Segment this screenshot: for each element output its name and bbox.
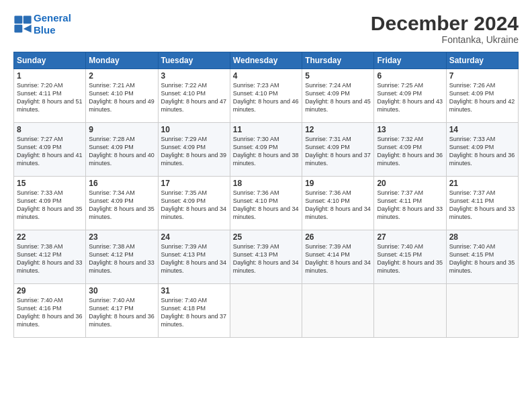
table-row: 24Sunrise: 7:39 AM Sunset: 4:13 PM Dayli…: [158, 230, 230, 284]
table-row: [230, 284, 302, 338]
cell-info: Sunrise: 7:39 AM Sunset: 4:13 PM Dayligh…: [233, 242, 299, 275]
day-number: 23: [89, 232, 154, 242]
cell-info: Sunrise: 7:26 AM Sunset: 4:09 PM Dayligh…: [449, 81, 515, 114]
table-row: 28Sunrise: 7:40 AM Sunset: 4:15 PM Dayli…: [446, 230, 518, 284]
calendar-week-2: 8Sunrise: 7:27 AM Sunset: 4:09 PM Daylig…: [14, 123, 519, 177]
cell-info: Sunrise: 7:35 AM Sunset: 4:09 PM Dayligh…: [161, 189, 227, 222]
day-number: 20: [377, 179, 443, 188]
cell-info: Sunrise: 7:22 AM Sunset: 4:10 PM Dayligh…: [161, 81, 227, 114]
calendar-week-3: 15Sunrise: 7:33 AM Sunset: 4:09 PM Dayli…: [14, 177, 519, 230]
day-number: 11: [233, 125, 299, 134]
table-row: 15Sunrise: 7:33 AM Sunset: 4:09 PM Dayli…: [14, 177, 86, 230]
day-number: 24: [161, 232, 227, 242]
day-number: 18: [233, 179, 299, 188]
location: Fontanka, Ukraine: [371, 34, 519, 45]
day-number: 9: [89, 125, 154, 134]
table-row: 1Sunrise: 7:20 AM Sunset: 4:11 PM Daylig…: [14, 69, 86, 123]
cell-info: Sunrise: 7:36 AM Sunset: 4:10 PM Dayligh…: [305, 189, 371, 222]
title-block: December 2024 Fontanka, Ukraine: [371, 12, 519, 45]
cell-info: Sunrise: 7:24 AM Sunset: 4:09 PM Dayligh…: [305, 81, 371, 114]
svg-rect-1: [24, 15, 32, 24]
table-row: 18Sunrise: 7:36 AM Sunset: 4:10 PM Dayli…: [230, 177, 302, 230]
calendar-header-row: Sunday Monday Tuesday Wednesday Thursday…: [14, 52, 519, 69]
cell-info: Sunrise: 7:38 AM Sunset: 4:12 PM Dayligh…: [17, 242, 83, 275]
col-monday: Monday: [86, 52, 158, 69]
table-row: 29Sunrise: 7:40 AM Sunset: 4:16 PM Dayli…: [14, 284, 86, 338]
day-number: 1: [17, 71, 83, 81]
col-sunday: Sunday: [14, 52, 86, 69]
day-number: 31: [161, 286, 227, 295]
calendar: Sunday Monday Tuesday Wednesday Thursday…: [13, 52, 519, 338]
col-friday: Friday: [374, 52, 446, 69]
cell-info: Sunrise: 7:37 AM Sunset: 4:11 PM Dayligh…: [449, 189, 515, 222]
day-number: 6: [377, 71, 443, 81]
header: General Blue December 2024 Fontanka, Ukr…: [13, 12, 519, 45]
svg-marker-3: [24, 25, 32, 33]
table-row: 6Sunrise: 7:25 AM Sunset: 4:09 PM Daylig…: [374, 69, 446, 123]
day-number: 13: [377, 125, 443, 134]
day-number: 16: [89, 179, 154, 188]
col-wednesday: Wednesday: [230, 52, 302, 69]
cell-info: Sunrise: 7:30 AM Sunset: 4:09 PM Dayligh…: [233, 135, 299, 168]
cell-info: Sunrise: 7:37 AM Sunset: 4:11 PM Dayligh…: [377, 189, 443, 222]
table-row: 12Sunrise: 7:31 AM Sunset: 4:09 PM Dayli…: [302, 123, 374, 177]
table-row: 20Sunrise: 7:37 AM Sunset: 4:11 PM Dayli…: [374, 177, 446, 230]
table-row: [374, 284, 446, 338]
table-row: 8Sunrise: 7:27 AM Sunset: 4:09 PM Daylig…: [14, 123, 86, 177]
day-number: 7: [449, 71, 515, 81]
day-number: 25: [233, 232, 299, 242]
cell-info: Sunrise: 7:38 AM Sunset: 4:12 PM Dayligh…: [89, 242, 154, 275]
cell-info: Sunrise: 7:31 AM Sunset: 4:09 PM Dayligh…: [305, 135, 371, 168]
cell-info: Sunrise: 7:33 AM Sunset: 4:09 PM Dayligh…: [17, 189, 83, 222]
table-row: 25Sunrise: 7:39 AM Sunset: 4:13 PM Dayli…: [230, 230, 302, 284]
table-row: 16Sunrise: 7:34 AM Sunset: 4:09 PM Dayli…: [86, 177, 158, 230]
table-row: 7Sunrise: 7:26 AM Sunset: 4:09 PM Daylig…: [446, 69, 518, 123]
day-number: 21: [449, 179, 515, 188]
cell-info: Sunrise: 7:28 AM Sunset: 4:09 PM Dayligh…: [89, 135, 154, 168]
cell-info: Sunrise: 7:32 AM Sunset: 4:09 PM Dayligh…: [377, 135, 443, 168]
table-row: 9Sunrise: 7:28 AM Sunset: 4:09 PM Daylig…: [86, 123, 158, 177]
cell-info: Sunrise: 7:40 AM Sunset: 4:17 PM Dayligh…: [89, 296, 154, 329]
table-row: 17Sunrise: 7:35 AM Sunset: 4:09 PM Dayli…: [158, 177, 230, 230]
svg-rect-2: [14, 25, 22, 33]
table-row: 26Sunrise: 7:39 AM Sunset: 4:14 PM Dayli…: [302, 230, 374, 284]
table-row: 10Sunrise: 7:29 AM Sunset: 4:09 PM Dayli…: [158, 123, 230, 177]
day-number: 10: [161, 125, 227, 134]
day-number: 14: [449, 125, 515, 134]
calendar-body: 1Sunrise: 7:20 AM Sunset: 4:11 PM Daylig…: [14, 69, 519, 338]
calendar-week-4: 22Sunrise: 7:38 AM Sunset: 4:12 PM Dayli…: [14, 230, 519, 284]
day-number: 26: [305, 232, 371, 242]
day-number: 5: [305, 71, 371, 81]
logo-icon: [13, 15, 32, 34]
day-number: 29: [17, 286, 83, 295]
col-saturday: Saturday: [446, 52, 518, 69]
day-number: 28: [449, 232, 515, 242]
month-title: December 2024: [371, 12, 519, 34]
table-row: 4Sunrise: 7:23 AM Sunset: 4:10 PM Daylig…: [230, 69, 302, 123]
day-number: 22: [17, 232, 83, 242]
cell-info: Sunrise: 7:33 AM Sunset: 4:09 PM Dayligh…: [449, 135, 515, 168]
logo: General Blue: [13, 12, 71, 36]
table-row: 30Sunrise: 7:40 AM Sunset: 4:17 PM Dayli…: [86, 284, 158, 338]
table-row: 22Sunrise: 7:38 AM Sunset: 4:12 PM Dayli…: [14, 230, 86, 284]
cell-info: Sunrise: 7:39 AM Sunset: 4:14 PM Dayligh…: [305, 242, 371, 275]
logo-text: General Blue: [34, 12, 71, 36]
day-number: 2: [89, 71, 154, 81]
table-row: 19Sunrise: 7:36 AM Sunset: 4:10 PM Dayli…: [302, 177, 374, 230]
calendar-week-1: 1Sunrise: 7:20 AM Sunset: 4:11 PM Daylig…: [14, 69, 519, 123]
cell-info: Sunrise: 7:40 AM Sunset: 4:15 PM Dayligh…: [377, 242, 443, 275]
day-number: 17: [161, 179, 227, 188]
cell-info: Sunrise: 7:40 AM Sunset: 4:18 PM Dayligh…: [161, 296, 227, 329]
cell-info: Sunrise: 7:36 AM Sunset: 4:10 PM Dayligh…: [233, 189, 299, 222]
table-row: 11Sunrise: 7:30 AM Sunset: 4:09 PM Dayli…: [230, 123, 302, 177]
cell-info: Sunrise: 7:29 AM Sunset: 4:09 PM Dayligh…: [161, 135, 227, 168]
cell-info: Sunrise: 7:40 AM Sunset: 4:16 PM Dayligh…: [17, 296, 83, 329]
page: General Blue December 2024 Fontanka, Ukr…: [0, 0, 532, 411]
cell-info: Sunrise: 7:20 AM Sunset: 4:11 PM Dayligh…: [17, 81, 83, 114]
table-row: [446, 284, 518, 338]
table-row: 31Sunrise: 7:40 AM Sunset: 4:18 PM Dayli…: [158, 284, 230, 338]
cell-info: Sunrise: 7:25 AM Sunset: 4:09 PM Dayligh…: [377, 81, 443, 114]
col-thursday: Thursday: [302, 52, 374, 69]
table-row: 2Sunrise: 7:21 AM Sunset: 4:10 PM Daylig…: [86, 69, 158, 123]
table-row: 13Sunrise: 7:32 AM Sunset: 4:09 PM Dayli…: [374, 123, 446, 177]
